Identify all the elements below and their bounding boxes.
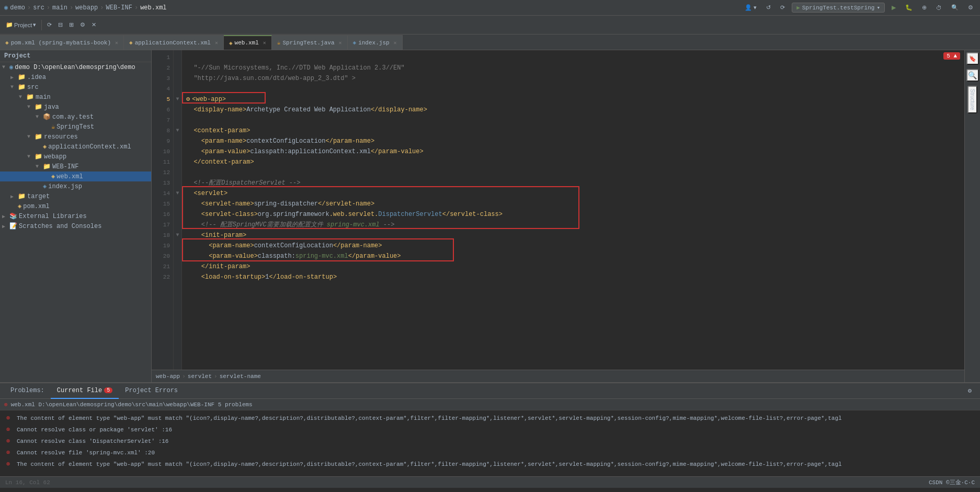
tab-springtest[interactable]: ☕ SpringTest.java ✕: [272, 35, 348, 50]
sidebar-item-scratches[interactable]: ▶ 📝 Scratches and Consoles: [0, 221, 151, 231]
arrow-resources: ▼: [27, 134, 35, 140]
pom-icon: ◈: [18, 202, 21, 210]
tab-appctx[interactable]: ◈ applicationContext.xml ✕: [124, 35, 224, 50]
line-num-12: 12: [155, 167, 170, 178]
main-label: main: [36, 94, 51, 101]
error-text-4: Cannot resolve file 'spring-mvc.xml' :20: [17, 449, 974, 457]
tab-webxml[interactable]: ◈ web.xml ✕: [224, 35, 272, 50]
error-item-1[interactable]: ⊗ The content of element type "web-app" …: [4, 413, 976, 424]
code-line-7: [186, 115, 960, 125]
bottom-settings-btn[interactable]: ⚙: [964, 387, 976, 395]
run-config[interactable]: ▶ SpringTest.testSpring ▾: [792, 3, 885, 13]
code-line-17: <!-- 配置SpringMVC需要加载的配置文件 spring-mvc.xml…: [186, 220, 960, 230]
line-num-13: 13: [155, 178, 170, 188]
code-line-2: "-//Sun Microsystems, Inc.//DTD Web Appl…: [186, 63, 960, 73]
sidebar-item-indexjsp-file[interactable]: ▶ ◈ index.jsp: [0, 181, 151, 191]
account-btn[interactable]: 👤 ▾: [742, 3, 759, 13]
sidebar-item-appctx-file[interactable]: ▶ ◈ applicationContext.xml: [0, 142, 151, 152]
bottom-file-header: ⊗ web.xml D:\openLean\demospring\demo\sr…: [0, 399, 980, 410]
collapse-all-btn[interactable]: ⊟: [55, 20, 65, 30]
code-content[interactable]: "-//Sun Microsystems, Inc.//DTD Web Appl…: [182, 50, 964, 370]
line-num-22: 22: [155, 272, 170, 282]
update-btn[interactable]: ⟳: [778, 3, 788, 13]
error-text-1: The content of element type "web-app" mu…: [17, 414, 974, 422]
line-num-11: 11: [155, 157, 170, 167]
sidebar-item-pom-file[interactable]: ▶ ◈ pom.xml: [0, 201, 151, 211]
close-panel-btn[interactable]: ✕: [89, 20, 99, 30]
idea-icon: 📁: [18, 73, 26, 81]
arrow-indexjsp: ▶: [36, 184, 43, 190]
line-num-16: 16: [155, 209, 170, 220]
profile-btn[interactable]: ⏱: [933, 3, 944, 13]
sidebar-item-demo[interactable]: ▼ ◉ demo D:\openLean\demospring\demo: [0, 62, 151, 72]
tab-pom[interactable]: ◈ pom.xml (spring-mybatis-book) ✕: [0, 35, 124, 50]
close-tab-indexjsp[interactable]: ✕: [394, 40, 397, 46]
inspect-icon[interactable]: 🔍: [966, 69, 979, 82]
indexjsp-icon: ◈: [43, 182, 47, 190]
tab-indexjsp[interactable]: ◈ index.jsp ✕: [348, 35, 403, 50]
code-line-20: <param-value>classpath:spring-mvc.xml</p…: [186, 251, 960, 261]
demo-icon: ◉: [9, 63, 13, 71]
close-tab-appctx[interactable]: ✕: [215, 40, 218, 46]
sidebar-item-src[interactable]: ▼ 📁 src: [0, 82, 151, 92]
sidebar-item-resources[interactable]: ▼ 📁 resources: [0, 132, 151, 142]
arrow-idea: ▶: [10, 74, 18, 81]
code-line-5: ⚙ <web-app>: [186, 94, 960, 105]
settings-btn[interactable]: ⚙: [965, 3, 976, 13]
webxml-file-label: web.xml: [56, 173, 83, 180]
error-text-5: The content of element type "web-app" mu…: [17, 460, 974, 468]
fold-8[interactable]: ▼: [174, 125, 181, 136]
bottom-tab-current[interactable]: Current File 5: [51, 383, 119, 399]
editor-area: 5 ▲ 1 2 3 4 5 6 7 8 9 10 11 12 13 14 15 …: [152, 50, 964, 382]
fold-18[interactable]: ▼: [174, 230, 181, 241]
error-item-3[interactable]: ⊗ Cannot resolve class 'DispatcherServle…: [4, 436, 976, 447]
src-icon: 📁: [18, 83, 26, 91]
toolbar-separator: [41, 20, 42, 30]
sidebar-item-webxml-file[interactable]: ▶ ◈ web.xml: [0, 171, 151, 181]
error-item-2[interactable]: ⊗ Cannot resolve class or package 'servl…: [4, 424, 976, 436]
vcs-btn[interactable]: ↺: [764, 3, 773, 13]
sidebar-item-webapp[interactable]: ▼ 📁 webapp: [0, 152, 151, 162]
sidebar-item-main[interactable]: ▼ 📁 main: [0, 92, 151, 102]
structure-icon[interactable]: Structure: [967, 86, 977, 113]
code-line-21: </init-param>: [186, 261, 960, 272]
webapp-icon: 📁: [35, 153, 42, 161]
scratches-icon: 📝: [9, 222, 17, 230]
arrow-webapp: ▼: [27, 154, 35, 159]
run-btn[interactable]: ▶: [889, 3, 898, 13]
error-item-4[interactable]: ⊗ Cannot resolve file 'spring-mvc.xml' :…: [4, 447, 976, 459]
sidebar-item-extlibs[interactable]: ▶ 📚 External Libraries: [0, 211, 151, 221]
line-numbers: 1 2 3 4 5 6 7 8 9 10 11 12 13 14 15 16 1…: [152, 50, 174, 370]
project-dropdown[interactable]: 📁 Project ▾: [3, 20, 39, 30]
line-num-7: 7: [155, 115, 170, 125]
coverage-btn[interactable]: ⊕: [919, 3, 929, 13]
code-line-13: <!--配置DispatcherServlet -->: [186, 178, 960, 188]
close-tab-webxml[interactable]: ✕: [263, 40, 266, 46]
close-tab-springtest[interactable]: ✕: [339, 40, 342, 46]
code-line-4: [186, 84, 960, 94]
close-tab-pom[interactable]: ✕: [115, 40, 118, 46]
debug-btn[interactable]: 🐛: [903, 3, 915, 13]
expand-all-btn[interactable]: ⊞: [66, 20, 76, 30]
sidebar-item-webinf[interactable]: ▼ 📁 WEB-INF: [0, 162, 151, 171]
springtest-icon: ☕: [51, 123, 55, 131]
sidebar-item-java[interactable]: ▼ 📁 java: [0, 102, 151, 112]
fold-14[interactable]: ▼: [174, 188, 181, 199]
bookmark-icon[interactable]: 🔖: [966, 52, 979, 65]
sync-btn[interactable]: ⟳: [44, 20, 54, 30]
bottom-tab-problems[interactable]: Problems:: [4, 383, 51, 399]
error-item-5[interactable]: ⊗ The content of element type "web-app" …: [4, 459, 976, 470]
sidebar-item-springtest[interactable]: ▶ ☕ SpringTest: [0, 122, 151, 132]
settings-tree-btn[interactable]: ⚙: [77, 20, 88, 30]
arrow-springtest: ▶: [44, 124, 51, 130]
arrow-comaytest: ▼: [36, 114, 43, 120]
bottom-tab-project[interactable]: Project Errors: [119, 383, 184, 399]
search-btn[interactable]: 🔍: [949, 3, 961, 13]
line-num-6: 6: [155, 105, 170, 115]
sidebar-item-target[interactable]: ▶ 📁 target: [0, 191, 151, 201]
webinf-icon: 📁: [43, 163, 51, 170]
sidebar-item-comaytest[interactable]: ▼ 📦 com.ay.test: [0, 112, 151, 122]
code-area[interactable]: 5 ▲ 1 2 3 4 5 6 7 8 9 10 11 12 13 14 15 …: [152, 50, 964, 370]
sidebar-item-idea[interactable]: ▶ 📁 .idea: [0, 72, 151, 82]
fold-5[interactable]: ▼: [174, 94, 181, 105]
